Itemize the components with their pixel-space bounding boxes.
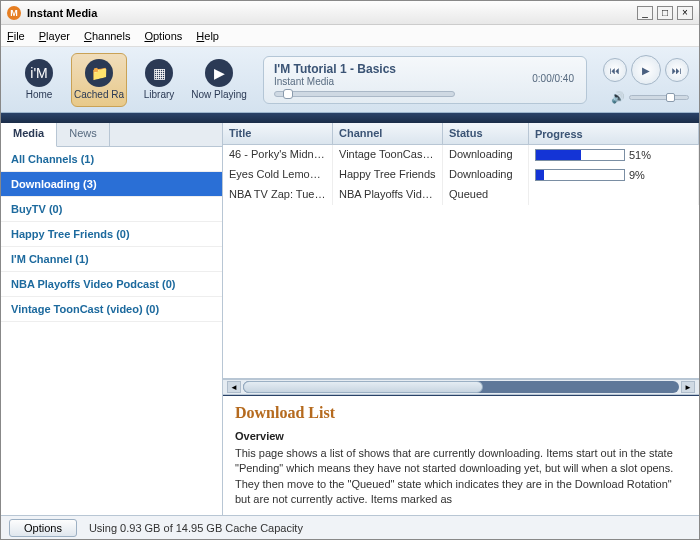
play-button[interactable]: ▶ [631,55,661,85]
progress-label: 51% [629,149,651,161]
window-title: Instant Media [27,7,637,19]
info-body: This page shows a list of shows that are… [235,446,687,508]
now-playing-panel: I'M Tutorial 1 - Basics Instant Media 0:… [263,56,587,104]
library-icon: ▦ [145,59,173,87]
channel-item-happytree[interactable]: Happy Tree Friends (0) [1,222,222,247]
scroll-track[interactable] [243,381,679,393]
col-header-channel[interactable]: Channel [333,123,443,144]
channel-item-vintage[interactable]: Vintage ToonCast (video) (0) [1,297,222,322]
cell-status: Downloading [443,145,529,165]
np-subtitle: Instant Media [274,76,576,87]
horizontal-scrollbar[interactable]: ◄ ► [223,379,699,395]
col-header-status[interactable]: Status [443,123,529,144]
options-button[interactable]: Options [9,519,77,537]
progress-bar [535,149,625,161]
titlebar: M Instant Media _ □ × [1,1,699,25]
channel-list: All Channels (1) Downloading (3) BuyTV (… [1,147,222,515]
progress-label: 9% [629,169,645,181]
volume-thumb[interactable] [666,93,675,102]
info-title: Download List [235,404,687,422]
volume-slider[interactable] [629,95,689,100]
np-time: 0:00/0:40 [532,73,574,84]
toolbar: i'M Home 📁 Cached Ra ▦ Library ▶ Now Pla… [1,47,699,113]
folder-icon: 📁 [85,59,113,87]
cell-status: Queued [443,185,529,205]
info-heading: Overview [235,430,687,442]
app-icon: M [7,6,21,20]
seek-thumb[interactable] [283,89,293,99]
table-row[interactable]: 46 - Porky's Midnight...Vintage ToonCast… [223,145,699,165]
table-row[interactable]: Eyes Cold LemonadeHappy Tree FriendsDown… [223,165,699,185]
cell-title: Eyes Cold Lemonade [223,165,333,185]
np-title: I'M Tutorial 1 - Basics [274,62,576,76]
statusbar: Options Using 0.93 GB of 14.95 GB Cache … [1,515,699,539]
volume-icon: 🔊 [611,91,625,104]
separator-strip [1,113,699,123]
channel-item-buytv[interactable]: BuyTV (0) [1,197,222,222]
info-pane: Download List Overview This page shows a… [223,395,699,515]
app-window: M Instant Media _ □ × File Player Channe… [0,0,700,540]
cached-button[interactable]: 📁 Cached Ra [71,53,127,107]
home-label: Home [26,89,53,100]
menu-file[interactable]: File [7,30,25,42]
cell-progress: 9% [529,165,699,185]
now-playing-button[interactable]: ▶ Now Playing [191,53,247,107]
cell-title: NBA TV Zap: Tuesda... [223,185,333,205]
home-icon: i'M [25,59,53,87]
cell-channel: Happy Tree Friends [333,165,443,185]
menubar: File Player Channels Options Help [1,25,699,47]
minimize-button[interactable]: _ [637,6,653,20]
cached-label: Cached Ra [74,89,124,100]
menu-player[interactable]: Player [39,30,70,42]
channel-item-nba[interactable]: NBA Playoffs Video Podcast (0) [1,272,222,297]
cell-progress [529,185,699,205]
table-row[interactable]: NBA TV Zap: Tuesda...NBA Playoffs Video … [223,185,699,205]
cell-channel: Vintage ToonCast (vi... [333,145,443,165]
content-area: Title Channel Status Progress 46 - Porky… [223,123,699,515]
cell-title: 46 - Porky's Midnight... [223,145,333,165]
channel-item-im[interactable]: I'M Channel (1) [1,247,222,272]
home-button[interactable]: i'M Home [11,53,67,107]
menu-help[interactable]: Help [196,30,219,42]
volume-row: 🔊 [611,91,689,104]
transport-controls: ⏮ ▶ ⏭ [603,55,689,85]
scroll-left-button[interactable]: ◄ [227,381,241,393]
sidebar-tabs: Media News [1,123,222,147]
library-button[interactable]: ▦ Library [131,53,187,107]
cell-progress: 51% [529,145,699,165]
now-playing-label: Now Playing [191,89,247,100]
status-text: Using 0.93 GB of 14.95 GB Cache Capacity [89,522,303,534]
main-body: Media News All Channels (1) Downloading … [1,123,699,515]
sidebar: Media News All Channels (1) Downloading … [1,123,223,515]
cell-status: Downloading [443,165,529,185]
tab-media[interactable]: Media [1,123,57,147]
cell-channel: NBA Playoffs Video P... [333,185,443,205]
prev-button[interactable]: ⏮ [603,58,627,82]
seek-slider[interactable] [274,91,455,97]
window-controls: _ □ × [637,6,693,20]
channel-item-all[interactable]: All Channels (1) [1,147,222,172]
play-icon: ▶ [205,59,233,87]
col-header-progress[interactable]: Progress [529,123,699,144]
menu-options[interactable]: Options [144,30,182,42]
maximize-button[interactable]: □ [657,6,673,20]
scroll-thumb[interactable] [243,381,483,393]
progress-bar [535,169,625,181]
next-button[interactable]: ⏭ [665,58,689,82]
library-label: Library [144,89,175,100]
close-button[interactable]: × [677,6,693,20]
transport-column: ⏮ ▶ ⏭ 🔊 [603,55,689,104]
channel-item-downloading[interactable]: Downloading (3) [1,172,222,197]
scroll-right-button[interactable]: ► [681,381,695,393]
tab-news[interactable]: News [57,123,110,146]
menu-channels[interactable]: Channels [84,30,131,42]
grid-body: 46 - Porky's Midnight...Vintage ToonCast… [223,145,699,379]
grid-header: Title Channel Status Progress [223,123,699,145]
col-header-title[interactable]: Title [223,123,333,144]
